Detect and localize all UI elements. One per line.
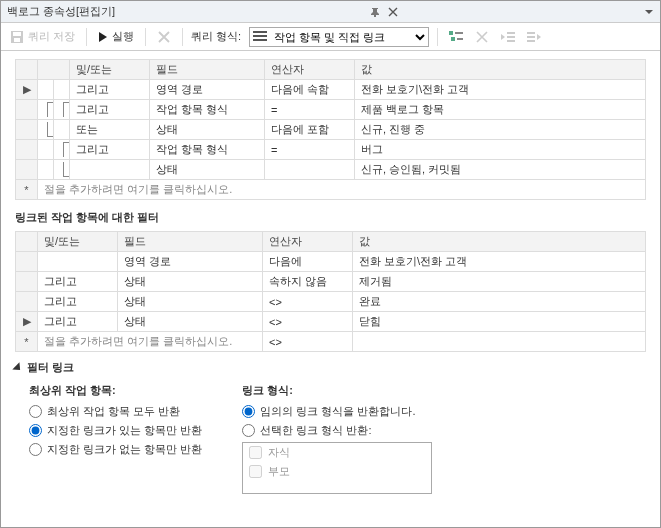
filter-link-section: 필터 링크 최상위 작업 항목: 최상위 작업 항목 모두 반환지정한 링크가 … [1,356,660,498]
table-row[interactable]: ▶그리고영역 경로다음에 속함전화 보호기\전화 고객 [16,80,646,100]
value-cell[interactable]: 신규, 진행 중 [355,120,646,140]
radio-input[interactable] [242,424,255,437]
svg-rect-15 [527,40,535,42]
table-row[interactable]: 그리고작업 항목 형식=버그 [16,140,646,160]
row-marker [16,292,38,312]
save-query-button[interactable]: 쿼리 저장 [7,27,78,46]
link-format-option[interactable]: 임의의 링크 형식을 반환합니다. [242,404,432,419]
operator-cell[interactable]: 다음에 [263,252,353,272]
link-type-item[interactable]: 부모 [243,462,431,481]
operator-cell[interactable]: 다음에 속함 [265,80,355,100]
svg-rect-9 [457,38,463,40]
top-items-option[interactable]: 지정한 링크가 있는 항목만 반환 [29,423,202,438]
field-cell[interactable]: 상태 [118,312,263,332]
link-type-label: 자식 [268,445,290,460]
andor-cell[interactable]: 또는 [70,120,150,140]
radio-label: 최상위 작업 항목 모두 반환 [47,404,180,419]
window-menu-dropdown-icon[interactable] [644,7,654,17]
andor-cell[interactable]: 그리고 [70,140,150,160]
table-row[interactable]: 그리고작업 항목 형식=제품 백로그 항목 [16,100,646,120]
link-format-label: 링크 형식: [242,383,432,398]
linked-filter-title: 링크된 작업 항목에 대한 필터 [15,210,646,225]
filter-link-header[interactable]: 필터 링크 [15,360,646,375]
svg-rect-11 [507,36,515,38]
radio-input[interactable] [29,405,42,418]
andor-cell[interactable]: 그리고 [70,80,150,100]
andor-cell[interactable] [70,160,150,180]
value-cell[interactable]: 버그 [355,140,646,160]
andor-cell[interactable]: 그리고 [38,272,118,292]
row-marker: ▶ [16,312,38,332]
operator-cell[interactable]: <> [263,312,353,332]
value-cell[interactable]: 완료 [353,292,646,312]
link-format-option[interactable]: 선택한 링크 형식 반환: [242,423,432,438]
new-clause-row[interactable]: *절을 추가하려면 여기를 클릭하십시오.<> [16,332,646,352]
radio-input[interactable] [29,443,42,456]
operator-cell[interactable]: <> [263,292,353,312]
field-cell[interactable]: 작업 항목 형식 [150,100,265,120]
svg-rect-8 [451,37,455,41]
link-type-item[interactable]: 자식 [243,443,431,462]
top-filter-grid[interactable]: 및/또는 필드 연산자 값 ▶그리고영역 경로다음에 속함전화 보호기\전화 고… [15,59,646,200]
table-row[interactable]: 그리고상태속하지 않음제거됨 [16,272,646,292]
value-cell[interactable]: 닫힘 [353,312,646,332]
new-clause-row[interactable]: *절을 추가하려면 여기를 클릭하십시오. [16,180,646,200]
table-row[interactable]: 상태신규, 승인됨, 커밋됨 [16,160,646,180]
field-cell[interactable]: 상태 [150,160,265,180]
link-type-label: 부모 [268,464,290,479]
run-button[interactable]: 실행 [95,27,137,46]
pin-icon[interactable] [368,5,382,19]
radio-label: 임의의 링크 형식을 반환합니다. [260,404,415,419]
delete-clause-icon [472,27,492,47]
row-marker [16,160,38,180]
value-cell[interactable]: 신규, 승인됨, 커밋됨 [355,160,646,180]
checkbox-input [249,465,262,478]
radio-label: 지정한 링크가 있는 항목만 반환 [47,423,202,438]
radio-input[interactable] [29,424,42,437]
grid-header-row: 및/또는 필드 연산자 값 [16,60,646,80]
radio-input[interactable] [242,405,255,418]
field-cell[interactable]: 작업 항목 형식 [150,140,265,160]
andor-cell[interactable]: 그리고 [38,312,118,332]
linked-filter-grid[interactable]: 및/또는 필드 연산자 값 영역 경로다음에전화 보호기\전화 고객그리고상태속… [15,231,646,352]
row-marker [16,272,38,292]
operator-cell[interactable] [265,160,355,180]
top-items-group: 최상위 작업 항목: 최상위 작업 항목 모두 반환지정한 링크가 있는 항목만… [29,383,202,494]
operator-cell[interactable]: = [265,140,355,160]
value-cell[interactable]: 제품 백로그 항목 [355,100,646,120]
value-cell[interactable]: 제거됨 [353,272,646,292]
svg-rect-7 [455,32,463,34]
field-cell[interactable]: 상태 [118,272,263,292]
link-type-list[interactable]: 자식부모 [242,442,432,494]
andor-cell[interactable]: 그리고 [70,100,150,120]
field-cell[interactable]: 영역 경로 [150,80,265,100]
value-cell[interactable]: 전화 보호기\전화 고객 [355,80,646,100]
operator-cell[interactable]: 속하지 않음 [263,272,353,292]
tree-toggle-icon[interactable] [446,27,466,47]
row-marker: ▶ [16,80,38,100]
table-row[interactable]: 영역 경로다음에전화 보호기\전화 고객 [16,252,646,272]
field-cell[interactable]: 영역 경로 [118,252,263,272]
andor-cell[interactable] [38,252,118,272]
table-row[interactable]: 또는상태다음에 포함신규, 진행 중 [16,120,646,140]
row-marker [16,120,38,140]
operator-cell[interactable]: 다음에 포함 [265,120,355,140]
expand-icon [12,362,23,373]
top-items-option[interactable]: 지정한 링크가 없는 항목만 반환 [29,442,202,457]
top-items-label: 최상위 작업 항목: [29,383,202,398]
query-format-combo[interactable]: 작업 항목 및 직접 링크 [249,27,429,47]
svg-rect-13 [527,32,535,34]
table-row[interactable]: 그리고상태<>완료 [16,292,646,312]
top-items-option[interactable]: 최상위 작업 항목 모두 반환 [29,404,202,419]
value-cell[interactable]: 전화 보호기\전화 고객 [353,252,646,272]
field-cell[interactable]: 상태 [118,292,263,312]
table-row[interactable]: ▶그리고상태<>닫힘 [16,312,646,332]
svg-rect-6 [449,31,453,35]
indent-left-icon [498,27,518,47]
andor-cell[interactable]: 그리고 [38,292,118,312]
svg-rect-14 [527,36,535,38]
field-cell[interactable]: 상태 [150,120,265,140]
operator-cell[interactable]: = [265,100,355,120]
close-icon[interactable] [386,5,400,19]
radio-label: 선택한 링크 형식 반환: [260,423,371,438]
